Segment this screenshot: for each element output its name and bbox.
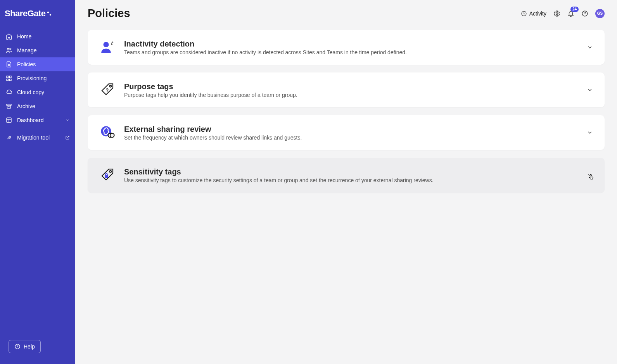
sidebar-item-label: Provisioning xyxy=(17,75,47,81)
policy-title: Inactivity detection xyxy=(124,40,578,48)
help-topbar-button[interactable] xyxy=(581,10,588,17)
policy-title: Purpose tags xyxy=(124,82,578,91)
svg-text:?: ? xyxy=(106,88,109,93)
policy-title: External sharing review xyxy=(124,125,578,134)
topbar: Policies Activity 24 xyxy=(75,0,617,24)
sidebar-item-provisioning[interactable]: Provisioning xyxy=(0,71,75,85)
sidebar-item-label: Archive xyxy=(17,103,35,109)
help-circle-icon xyxy=(581,10,588,17)
help-icon xyxy=(14,343,21,350)
sidebar-item-archive[interactable]: Archive xyxy=(0,99,75,113)
sidebar-item-label: Home xyxy=(17,33,31,40)
sidebar-item-manage[interactable]: Manage xyxy=(0,43,75,57)
home-icon xyxy=(5,33,12,40)
cloud-icon xyxy=(5,89,12,96)
people-icon xyxy=(5,47,12,54)
svg-rect-23 xyxy=(105,175,108,178)
topbar-actions: Activity 24 GS xyxy=(521,9,605,18)
avatar[interactable]: GS xyxy=(595,9,605,18)
chevron-down-icon xyxy=(587,172,593,178)
svg-rect-7 xyxy=(10,79,12,81)
svg-point-0 xyxy=(47,12,48,13)
main-content: Policies Activity 24 xyxy=(75,0,617,364)
migration-icon xyxy=(5,134,12,141)
policy-card-external-sharing[interactable]: External sharing review Set the frequenc… xyxy=(88,115,605,150)
avatar-initials: GS xyxy=(597,11,603,16)
svg-point-12 xyxy=(556,12,558,14)
brand-name: ShareGate xyxy=(5,9,46,19)
policy-title: Sensitivity tags xyxy=(124,167,578,176)
sidebar-item-migration-tool[interactable]: Migration tool xyxy=(0,131,75,145)
policy-desc: Use sensitivity tags to customize the se… xyxy=(124,177,578,183)
tag-lock-icon xyxy=(99,167,116,183)
page-title: Policies xyxy=(88,7,130,20)
sleeping-user-icon: z z xyxy=(99,39,116,55)
sidebar-item-label: Policies xyxy=(17,61,36,67)
sidebar-nav: Home Manage Policies Provisioning Cloud … xyxy=(0,27,75,340)
gear-icon xyxy=(553,10,560,17)
activity-label: Activity xyxy=(529,10,546,17)
svg-rect-6 xyxy=(7,79,9,81)
svg-point-17 xyxy=(110,85,111,87)
sidebar-item-label: Migration tool xyxy=(17,135,50,141)
svg-rect-9 xyxy=(7,118,11,122)
chevron-down-icon xyxy=(65,118,70,122)
policy-card-inactivity[interactable]: z z Inactivity detection Teams and group… xyxy=(88,30,605,65)
svg-rect-4 xyxy=(7,76,9,78)
svg-point-3 xyxy=(10,48,11,50)
external-link-icon xyxy=(65,135,70,140)
sidebar-item-label: Manage xyxy=(17,47,37,53)
archive-icon xyxy=(5,103,12,110)
policy-list: z z Inactivity detection Teams and group… xyxy=(75,24,617,198)
chevron-down-icon xyxy=(587,87,593,93)
document-icon xyxy=(5,61,12,68)
grid-icon xyxy=(5,75,12,82)
sidebar-item-label: Cloud copy xyxy=(17,89,44,95)
sidebar: ShareGate Home Manage Policies xyxy=(0,0,75,364)
clock-icon xyxy=(521,10,527,17)
svg-point-22 xyxy=(110,171,111,172)
svg-point-1 xyxy=(49,14,51,16)
chevron-down-icon xyxy=(587,129,593,136)
activity-button[interactable]: Activity xyxy=(521,10,546,17)
dashboard-icon xyxy=(5,117,12,124)
policy-card-sensitivity-tags[interactable]: Sensitivity tags Use sensitivity tags to… xyxy=(88,158,605,193)
policy-card-purpose-tags[interactable]: ? Purpose tags Purpose tags help you ide… xyxy=(88,72,605,107)
svg-rect-5 xyxy=(10,76,12,78)
sidebar-item-cloud-copy[interactable]: Cloud copy xyxy=(0,85,75,99)
notification-badge: 24 xyxy=(570,7,579,12)
settings-button[interactable] xyxy=(553,10,560,17)
sidebar-item-dashboard[interactable]: Dashboard xyxy=(0,113,75,127)
chevron-down-icon xyxy=(587,44,593,50)
notifications-button[interactable]: 24 xyxy=(567,10,574,17)
svg-text:z: z xyxy=(112,40,113,43)
sidebar-item-policies[interactable]: Policies xyxy=(0,57,75,71)
sidebar-item-label: Dashboard xyxy=(17,117,44,123)
svg-point-14 xyxy=(104,42,109,47)
brand-logo[interactable]: ShareGate xyxy=(0,0,75,27)
svg-rect-8 xyxy=(7,104,11,105)
svg-point-21 xyxy=(110,133,114,138)
tag-question-icon: ? xyxy=(99,82,116,98)
svg-point-2 xyxy=(7,48,9,50)
policy-desc: Purpose tags help you identify the busin… xyxy=(124,92,578,98)
help-label: Help xyxy=(24,343,35,350)
policy-desc: Set the frequency at which owners should… xyxy=(124,135,578,141)
link-search-icon xyxy=(99,124,116,141)
help-button[interactable]: Help xyxy=(9,340,41,353)
sidebar-item-home[interactable]: Home xyxy=(0,29,75,43)
policy-desc: Teams and groups are considered inactive… xyxy=(124,49,578,55)
